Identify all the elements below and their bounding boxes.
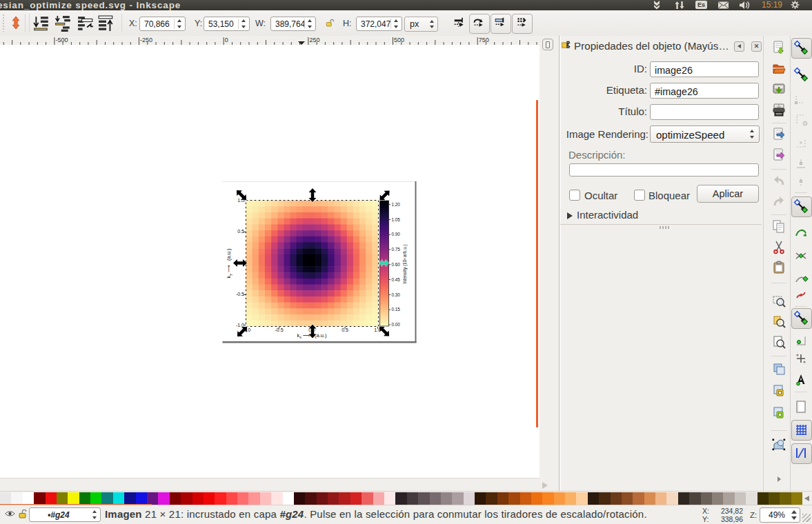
svg-text:-1.0: -1.0 [236,323,244,328]
svg-text:0.90: 0.90 [392,232,401,236]
svg-text:-0.5: -0.5 [275,328,283,332]
svg-text:0.5: 0.5 [341,328,348,332]
svg-text:0.75: 0.75 [392,247,401,252]
svg-text:-0.5: -0.5 [236,292,244,296]
svg-text:1.05: 1.05 [392,217,401,222]
svg-text:ky ⟶ (a.u.): ky ⟶ (a.u.) [226,248,232,279]
svg-text:1.20: 1.20 [392,202,401,207]
svg-text:0.15: 0.15 [392,307,401,312]
svg-text:0.30: 0.30 [392,292,401,297]
svg-text:0.60: 0.60 [392,262,401,267]
svg-text:Intensity (10³ arb.u.): Intensity (10³ arb.u.) [402,244,408,283]
svg-text:0.5: 0.5 [237,229,244,234]
svg-text:0.00: 0.00 [392,322,401,327]
svg-text:0.45: 0.45 [392,277,401,282]
